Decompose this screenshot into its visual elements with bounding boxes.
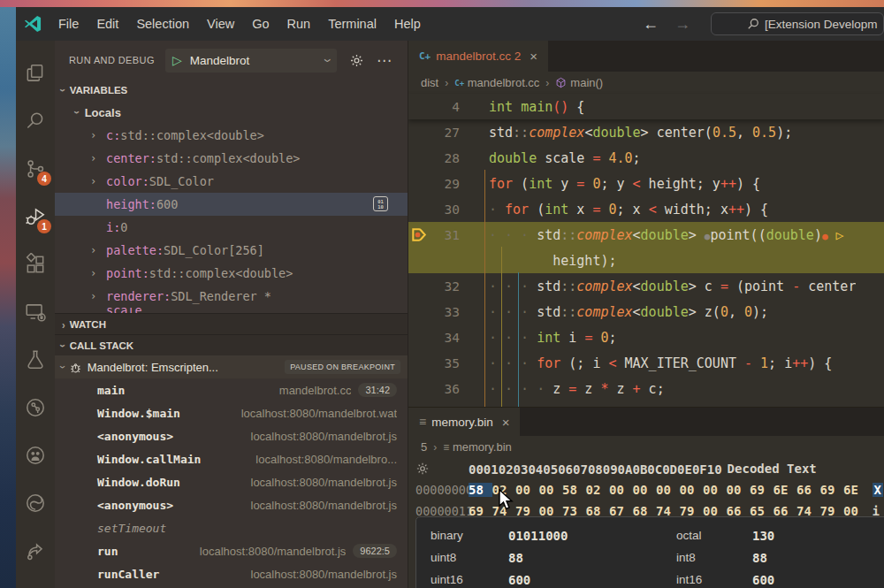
menu-help[interactable]: Help <box>385 13 430 34</box>
hex-column-header: 01 <box>484 462 499 477</box>
variable-row-height[interactable]: height: 6000110 <box>55 193 408 216</box>
variable-row-center[interactable]: ›center: std::complex<double> <box>55 147 408 170</box>
hex-byte[interactable]: 00 <box>656 483 680 497</box>
code-line-29[interactable]: 29for (int y = 0; y < height; y++) { <box>408 171 884 196</box>
hex-byte[interactable]: 00 <box>515 483 539 497</box>
hex-byte[interactable]: 69 <box>750 483 774 497</box>
variable-row-c[interactable]: ›c: std::complex<double> <box>55 124 408 147</box>
hex-byte[interactable]: 58 <box>469 483 492 497</box>
code-text: · · · std::complex<double> ●point((doubl… <box>460 227 844 243</box>
breadcrumb[interactable]: 5 › ≡ memory.bin <box>408 436 884 458</box>
chevron-right-icon[interactable]: › <box>90 244 106 256</box>
command-center-search[interactable]: [Extension Developm <box>711 12 884 35</box>
stack-frame-row[interactable]: <anonymous>localhost:8080/mandelbrot.js <box>55 424 408 447</box>
stack-frame-row[interactable]: runlocalhost:8080/mandelbrot.js9622:5 <box>55 539 408 562</box>
navigate-forward-icon[interactable]: → <box>667 15 698 34</box>
code-area[interactable]: 4int main() { 27std::complex<double> cen… <box>408 94 884 401</box>
more-actions-icon[interactable]: ⋯ <box>377 51 392 70</box>
hex-byte[interactable]: 02 <box>586 483 610 497</box>
variable-row-scale[interactable]: scale <box>55 308 408 313</box>
activity-source-control-icon[interactable]: 4 <box>16 145 55 193</box>
code-line-35[interactable]: 35· · · for (; i < MAX_ITER_COUNT - 1; i… <box>408 350 884 376</box>
variable-row-color[interactable]: ›color: SDL_Color <box>55 170 408 193</box>
hex-byte[interactable]: 00 <box>609 483 633 497</box>
tab-memory-bin[interactable]: ≡ memory.bin × <box>408 408 520 436</box>
menu-edit[interactable]: Edit <box>88 13 127 34</box>
hex-byte[interactable]: 6E <box>843 483 867 497</box>
code-line-32[interactable]: 32· · · std::complex<double> c = (point … <box>408 273 884 299</box>
activity-testing-icon[interactable] <box>16 336 55 384</box>
paused-breakpoint-icon[interactable] <box>410 226 427 243</box>
hex-byte[interactable]: 00 <box>727 483 751 497</box>
menu-view[interactable]: View <box>198 13 243 34</box>
view-binary-data-icon[interactable]: 0110 <box>373 196 388 211</box>
hex-byte[interactable]: 00 <box>633 483 657 497</box>
code-line-27[interactable]: 27std::complex<double> center(0.5, 0.5); <box>408 119 884 145</box>
chevron-right-icon[interactable]: › <box>90 129 106 141</box>
breadcrumb[interactable]: dist › C+ mandelbrot.cc › main() <box>408 72 884 94</box>
start-debug-icon[interactable]: ▷ <box>172 53 182 67</box>
hex-byte[interactable]: 66 <box>796 483 820 497</box>
stack-frame-row[interactable]: Window.callMainlocalhost:8080/mandelbro.… <box>55 447 408 470</box>
tab-mandelbrot-cc[interactable]: C+ mandelbrot.cc 2 × <box>408 41 548 72</box>
hex-byte[interactable]: 58 <box>562 483 586 497</box>
code-line-wrap[interactable]: height); <box>408 248 884 273</box>
chevron-right-icon[interactable]: › <box>90 175 106 187</box>
stack-frame-row[interactable]: setTimeout <box>55 516 408 539</box>
stack-frame-row[interactable]: Window.doRunlocalhost:8080/mandelbrot.js <box>55 470 408 493</box>
activity-live-share-icon[interactable] <box>16 527 55 575</box>
variables-section-header[interactable]: › VARIABLES <box>55 80 408 101</box>
stack-frame-row[interactable]: <anonymous>localhost:8080/mandelbrot.js <box>55 493 408 516</box>
breakpoint-gutter[interactable] <box>408 226 428 243</box>
menu-file[interactable]: File <box>50 13 88 34</box>
launch-config-dropdown[interactable]: ▷ Mandelbrot › <box>165 49 337 73</box>
hex-byte[interactable]: 00 <box>703 483 727 497</box>
activity-remote-explorer-icon[interactable] <box>16 288 55 336</box>
stack-frame-row[interactable]: runCallerlocalhost:8080/mandelbrot.js <box>55 562 408 585</box>
activity-run-and-debug-icon[interactable]: 1 <box>16 193 55 241</box>
variable-row-palette[interactable]: ›palette: SDL_Color[256] <box>55 239 408 262</box>
close-tab-icon[interactable]: × <box>530 49 537 64</box>
hex-settings-gear-icon[interactable] <box>415 462 469 476</box>
navigate-back-icon[interactable]: ← <box>635 15 667 34</box>
chevron-right-icon[interactable]: › <box>90 152 106 164</box>
menu-go[interactable]: Go <box>243 13 278 34</box>
hex-byte[interactable]: 6E <box>774 483 797 497</box>
code-line-30[interactable]: 30· for (int x = 0; x < width; x++) { <box>408 196 884 222</box>
frame-line-badge: 31:42 <box>358 383 397 397</box>
hex-byte[interactable]: 00 <box>539 483 563 497</box>
sticky-scroll-line[interactable]: 4int main() { <box>408 94 884 119</box>
code-line-31[interactable]: 31· · · std::complex<double> ●point((dou… <box>408 222 884 248</box>
menu-run[interactable]: Run <box>278 13 320 34</box>
debug-session-row[interactable]: › Mandelbrot: Emscripten... PAUSED ON BR… <box>55 355 408 378</box>
chevron-right-icon[interactable]: › <box>90 267 106 279</box>
code-line-34[interactable]: 34· · · int i = 0; <box>408 325 884 350</box>
hex-byte[interactable]: 00 <box>680 483 704 497</box>
locals-scope-header[interactable]: › Locals <box>55 101 408 124</box>
stack-frame-row[interactable]: Window.$mainlocalhost:8080/mandelbrot.wa… <box>55 401 408 424</box>
variable-row-i[interactable]: i: 0 <box>55 216 408 239</box>
variable-value: 0 <box>120 220 127 234</box>
activity-github-icon[interactable] <box>16 431 55 479</box>
code-line-36[interactable]: 36· · · · z = z * z + c; <box>408 376 884 401</box>
debug-settings-gear-icon[interactable] <box>349 53 364 68</box>
activity-search-icon[interactable] <box>16 97 55 145</box>
call-stack-section-header[interactable]: › CALL STACK <box>55 334 408 355</box>
code-text: std::complex<double> center(0.5, 0.5); <box>460 125 792 141</box>
activity-explorer-icon[interactable] <box>16 50 55 97</box>
variable-row-point[interactable]: ›point: std::complex<double> <box>55 262 408 285</box>
variable-name: point: <box>106 266 149 280</box>
stack-frame-row[interactable]: mainmandelbrot.cc31:42 <box>55 378 408 401</box>
menu-terminal[interactable]: Terminal <box>319 13 385 34</box>
code-line-28[interactable]: 28double scale = 4.0; <box>408 145 884 171</box>
chevron-right-icon[interactable]: › <box>90 290 106 302</box>
activity-edge-devtools-icon[interactable] <box>16 479 55 527</box>
watch-section-header[interactable]: › WATCH <box>55 313 408 334</box>
activity-extensions-icon[interactable] <box>16 241 55 288</box>
hex-byte[interactable]: 69 <box>820 483 844 497</box>
variable-row-renderer[interactable]: ›renderer: SDL_Renderer * <box>55 285 408 308</box>
activity-references-icon[interactable] <box>16 384 55 431</box>
menu-selection[interactable]: Selection <box>127 13 198 34</box>
code-line-33[interactable]: 33· · · std::complex<double> z(0, 0); <box>408 299 884 325</box>
close-tab-icon[interactable]: × <box>502 415 510 430</box>
